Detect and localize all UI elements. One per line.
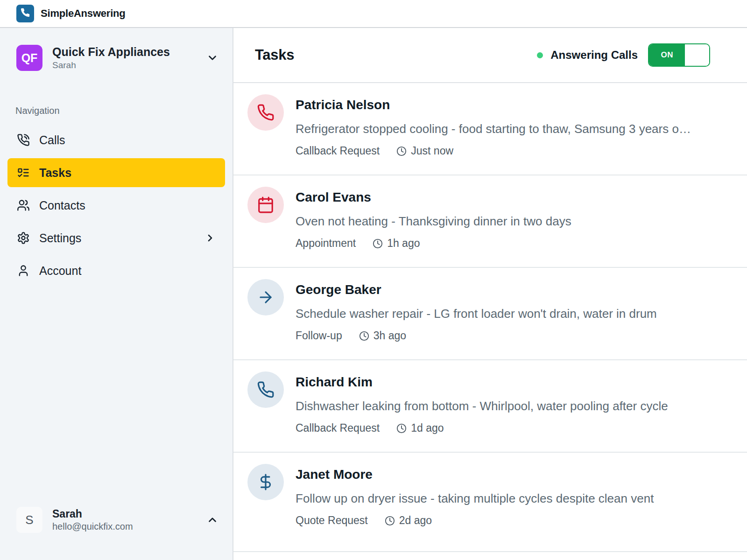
user-info: Sarah hello@quickfix.com: [52, 508, 197, 532]
phone-call-icon: [17, 133, 30, 147]
task-contact-name: Richard Kim: [296, 374, 724, 390]
users-icon: [17, 199, 30, 212]
task-meta: Callback Request 1d ago: [296, 422, 724, 434]
answering-calls-toggle[interactable]: ON: [648, 43, 710, 67]
task-timestamp: 1h ago: [387, 237, 420, 250]
arrow-right-icon: [257, 288, 275, 306]
task-description: Refrigerator stopped cooling - food star…: [296, 121, 724, 136]
task-type-label: Appointment: [296, 237, 356, 250]
phone-icon: [257, 381, 275, 399]
task-description: Follow up on dryer issue - taking multip…: [296, 491, 724, 506]
list-todo-icon: [17, 166, 30, 179]
task-body: Janet Moore Follow up on dryer issue - t…: [296, 464, 724, 551]
chevron-right-icon: [204, 232, 216, 244]
task-description: Schedule washer repair - LG front loader…: [296, 306, 724, 321]
clock-icon: [359, 331, 369, 341]
status-dot: [537, 52, 543, 58]
sidebar-item-calls[interactable]: Calls: [7, 126, 225, 154]
answering-status: Answering Calls ON: [537, 43, 710, 67]
chevron-up-icon: [206, 514, 218, 526]
workspace-info: Quick Fix Appliances Sarah: [52, 45, 197, 70]
task-timestamp: 3h ago: [374, 329, 406, 342]
task-meta: Follow-up 3h ago: [296, 329, 724, 342]
task-description: Dishwasher leaking from bottom - Whirlpo…: [296, 399, 724, 413]
task-meta: Callback Request Just now: [296, 145, 724, 157]
task-meta: Quote Request 2d ago: [296, 514, 724, 527]
task-type-label: Follow-up: [296, 329, 342, 342]
clock-icon: [373, 238, 383, 249]
task-body: Patricia Nelson Refrigerator stopped coo…: [296, 94, 724, 175]
task-meta: Appointment 1h ago: [296, 237, 724, 250]
nav-section-label: Navigation: [15, 105, 233, 116]
workspace-switcher[interactable]: QF Quick Fix Appliances Sarah: [16, 45, 218, 71]
task-type-badge: [247, 279, 284, 315]
task-body: Carol Evans Oven not heating - Thanksgiv…: [296, 187, 724, 267]
task-type-label: Callback Request: [296, 422, 380, 434]
task-row[interactable]: Carol Evans Oven not heating - Thanksgiv…: [233, 175, 747, 268]
task-contact-name: George Baker: [296, 282, 724, 298]
answering-calls-label: Answering Calls: [550, 49, 638, 62]
topbar: SimpleAnswering: [0, 0, 747, 28]
task-type-label: Quote Request: [296, 514, 368, 527]
sidebar-item-settings[interactable]: Settings: [7, 224, 225, 252]
clock-icon: [385, 516, 395, 526]
nav-list: Calls Tasks Contacts Settings: [7, 126, 225, 285]
sidebar: QF Quick Fix Appliances Sarah Navigation…: [0, 28, 233, 560]
task-timestamp: 2d ago: [399, 514, 432, 527]
task-row[interactable]: George Baker Schedule washer repair - LG…: [233, 268, 747, 360]
workspace-avatar: QF: [16, 45, 42, 71]
clock-icon: [396, 423, 407, 434]
user-icon: [17, 264, 30, 277]
task-contact-name: Patricia Nelson: [296, 97, 724, 113]
task-type-badge: [247, 94, 284, 131]
calendar-icon: [257, 196, 275, 214]
page-title: Tasks: [255, 47, 294, 63]
user-email: hello@quickfix.com: [52, 521, 197, 532]
workspace-subtitle: Sarah: [52, 60, 197, 70]
task-contact-name: Janet Moore: [296, 467, 724, 483]
app-logo: [16, 5, 34, 22]
task-row[interactable]: Richard Kim Dishwasher leaking from bott…: [233, 360, 747, 453]
toggle-on-label: ON: [649, 44, 685, 66]
phone-icon: [257, 104, 275, 121]
task-timestamp: 1d ago: [411, 422, 444, 434]
dollar-sign-icon: [257, 473, 275, 491]
task-type-label: Callback Request: [296, 145, 380, 157]
task-type-badge: [247, 187, 284, 223]
user-menu[interactable]: S Sarah hello@quickfix.com: [16, 507, 218, 533]
task-timestamp: Just now: [411, 145, 453, 157]
task-row[interactable]: Patricia Nelson Refrigerator stopped coo…: [233, 83, 747, 175]
app-name: SimpleAnswering: [41, 7, 126, 20]
main-content: Tasks Answering Calls ON Patricia Nelson: [233, 28, 747, 560]
task-contact-name: Carol Evans: [296, 189, 724, 205]
user-name: Sarah: [52, 508, 197, 520]
chevron-down-icon: [206, 52, 218, 64]
sidebar-item-contacts[interactable]: Contacts: [7, 191, 225, 220]
task-body: Richard Kim Dishwasher leaking from bott…: [296, 371, 724, 452]
main-header: Tasks Answering Calls ON: [233, 28, 747, 83]
task-row[interactable]: Janet Moore Follow up on dryer issue - t…: [233, 453, 747, 552]
task-description: Oven not heating - Thanksgiving dinner i…: [296, 214, 724, 229]
workspace-name: Quick Fix Appliances: [52, 45, 197, 59]
task-type-badge: [247, 371, 284, 408]
task-list: Patricia Nelson Refrigerator stopped coo…: [233, 83, 747, 560]
task-type-badge: [247, 464, 284, 500]
sidebar-item-account[interactable]: Account: [7, 256, 225, 285]
clock-icon: [396, 146, 407, 156]
sidebar-item-tasks[interactable]: Tasks: [7, 158, 225, 187]
task-body: George Baker Schedule washer repair - LG…: [296, 279, 724, 359]
user-avatar: S: [16, 507, 42, 533]
settings-icon: [17, 231, 30, 245]
app-shell: QF Quick Fix Appliances Sarah Navigation…: [0, 28, 747, 560]
phone-logo-icon: [20, 7, 30, 20]
toggle-knob: [685, 44, 709, 66]
